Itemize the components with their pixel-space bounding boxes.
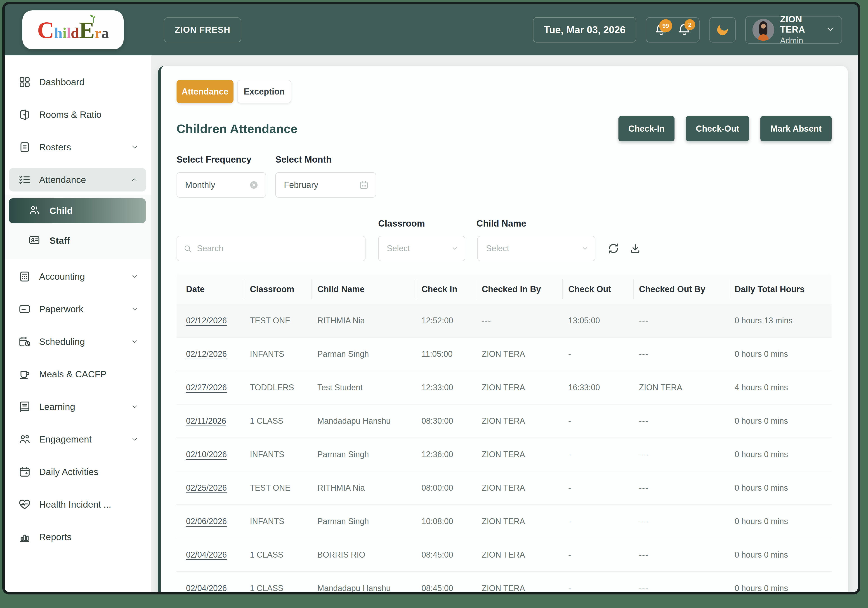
- cell-daily-total: 0 hours 0 mins: [729, 472, 832, 504]
- cell-child-name: Mandadapu Hanshu: [312, 572, 416, 592]
- sidebar-item-child[interactable]: Child: [9, 198, 146, 223]
- sprout-icon: [88, 12, 98, 25]
- calendar-icon: [359, 180, 369, 190]
- search-field: [177, 236, 366, 261]
- cell-check-out: -: [563, 572, 633, 592]
- calendar-clock-icon: [18, 335, 31, 348]
- month-picker[interactable]: February: [275, 172, 376, 198]
- refresh-icon[interactable]: [608, 243, 619, 254]
- chevron-down-icon: [581, 245, 589, 252]
- child-name-select[interactable]: Select: [477, 236, 595, 261]
- brand-letter: r: [95, 25, 101, 41]
- tab-exception[interactable]: Exception: [237, 80, 291, 103]
- cell-check-in: 12:33:00: [416, 371, 476, 404]
- sidebar-item-learning[interactable]: Learning: [5, 395, 151, 419]
- cell-checked-in-by: ZION TERA: [476, 405, 563, 437]
- brand-logo[interactable]: ChildEra: [22, 11, 124, 49]
- cell-check-in: 08:45:00: [416, 538, 476, 571]
- door-icon: [18, 108, 31, 121]
- cell-checked-out-by: ---: [633, 472, 729, 504]
- sidebar-item-label: Child: [50, 206, 73, 216]
- user-role: Admin: [780, 36, 826, 45]
- cell-check-out: 13:05:00: [563, 304, 633, 337]
- check-in-button[interactable]: Check-In: [618, 116, 674, 141]
- sidebar-item-daily-activities[interactable]: Daily Activities: [5, 460, 151, 484]
- notification-bell-2[interactable]: 2: [677, 23, 691, 37]
- sidebar-item-reports[interactable]: Reports: [5, 525, 151, 549]
- date-link[interactable]: 02/27/2026: [186, 383, 227, 392]
- notification-bell-1[interactable]: 99: [654, 23, 668, 37]
- classroom-label: Classroom: [378, 219, 476, 229]
- sidebar-item-dashboard[interactable]: Dashboard: [5, 70, 151, 94]
- cell-check-in: 08:00:00: [416, 472, 476, 504]
- table-row: 02/25/2026TEST ONERITHMIA Nia08:00:00ZIO…: [177, 472, 832, 505]
- cell-daily-total: 4 hours 0 mins: [729, 371, 832, 404]
- search-input[interactable]: [197, 244, 359, 253]
- cell-check-in: 12:36:00: [416, 438, 476, 471]
- date-link[interactable]: 02/04/2026: [186, 583, 227, 592]
- date-link[interactable]: 02/12/2026: [186, 316, 227, 326]
- dark-mode-toggle[interactable]: [709, 17, 736, 42]
- check-out-button[interactable]: Check-Out: [686, 116, 749, 141]
- date-link[interactable]: 02/04/2026: [186, 550, 227, 560]
- date-link[interactable]: 02/12/2026: [186, 349, 227, 359]
- sidebar-item-rosters[interactable]: Rosters: [5, 135, 151, 159]
- cell-daily-total: 0 hours 0 mins: [729, 438, 832, 471]
- cell-daily-total: 0 hours 0 mins: [729, 338, 832, 371]
- table-row: 02/06/2026INFANTSParman Singh10:08:00ZIO…: [177, 505, 832, 538]
- cell-classroom: 1 CLASS: [244, 405, 311, 437]
- cell-daily-total: 0 hours 0 mins: [729, 538, 832, 571]
- column-header-daily-total-hours: Daily Total Hours: [729, 274, 832, 304]
- user-texts: ZION TERA Admin: [780, 14, 826, 45]
- sidebar-item-rooms-ratio[interactable]: Rooms & Ratio: [5, 103, 151, 126]
- cell-checked-in-by: ZION TERA: [476, 538, 563, 571]
- brand-letter: a: [101, 25, 109, 41]
- clear-icon[interactable]: [249, 180, 259, 190]
- sidebar-item-paperwork[interactable]: Paperwork: [5, 297, 151, 321]
- cell-checked-in-by: ZION TERA: [476, 472, 563, 504]
- date-link[interactable]: 02/10/2026: [186, 450, 227, 459]
- sidebar-item-staff[interactable]: Staff: [5, 228, 151, 253]
- moon-icon: [713, 21, 732, 39]
- mark-absent-button[interactable]: Mark Absent: [760, 116, 832, 141]
- attendance-table: DateClassroomChild NameCheck InChecked I…: [177, 274, 832, 592]
- download-icon[interactable]: [629, 243, 641, 254]
- cup-icon: [18, 368, 31, 380]
- cell-child-name: Parman Singh: [312, 505, 416, 538]
- cell-checked-out-by: ---: [633, 304, 729, 337]
- sidebar-item-scheduling[interactable]: Scheduling: [5, 330, 151, 354]
- cell-date: 02/04/2026: [177, 572, 244, 592]
- sidebar-item-label: Engagement: [39, 434, 92, 445]
- table-body: 02/12/2026TEST ONERITHMIA Nia12:52:00---…: [177, 304, 832, 592]
- date-link[interactable]: 02/06/2026: [186, 516, 227, 526]
- table-row: 02/04/20261 CLASSMandadapu Hanshu08:45:0…: [177, 572, 832, 592]
- app-header: ChildEra ZION FRESH Tue, Mar 03, 2026 99…: [5, 4, 858, 56]
- sidebar-item-engagement[interactable]: Engagement: [5, 428, 151, 451]
- cell-check-out: -: [563, 538, 633, 571]
- table-row: 02/12/2026TEST ONERITHMIA Nia12:52:00---…: [177, 304, 832, 338]
- sidebar-item-attendance[interactable]: Attendance: [9, 168, 146, 191]
- book-icon: [18, 400, 31, 413]
- cell-checked-in-by: ---: [476, 304, 563, 337]
- table-row: 02/12/2026INFANTSParman Singh11:05:00ZIO…: [177, 338, 832, 371]
- sidebar-item-label: Rooms & Ratio: [39, 109, 101, 120]
- brand-letter: d: [71, 25, 79, 41]
- sidebar-item-meals-cacfp[interactable]: Meals & CACFP: [5, 363, 151, 386]
- chevron-down-icon: [131, 273, 139, 281]
- frequency-select[interactable]: Monthly: [177, 172, 266, 198]
- bar-chart-icon: [18, 530, 31, 543]
- cell-child-name: BORRIS RIO: [312, 538, 416, 571]
- cell-check-in: 10:08:00: [416, 505, 476, 538]
- cell-checked-out-by: ---: [633, 538, 729, 571]
- tab-attendance[interactable]: Attendance: [177, 80, 234, 103]
- table-row: 02/27/2026TODDLERSTest Student12:33:00ZI…: [177, 371, 832, 405]
- sidebar-item-accounting[interactable]: Accounting: [5, 265, 151, 288]
- date-link[interactable]: 02/11/2026: [186, 416, 226, 426]
- cell-check-in: 12:52:00: [416, 304, 476, 337]
- month-label: Select Month: [275, 154, 332, 164]
- chevron-down-icon: [131, 436, 139, 443]
- sidebar-item-health-incident[interactable]: Health Incident ...: [5, 493, 151, 516]
- date-link[interactable]: 02/25/2026: [186, 483, 227, 493]
- user-menu[interactable]: ZION TERA Admin: [745, 16, 842, 43]
- classroom-select[interactable]: Select: [378, 236, 465, 261]
